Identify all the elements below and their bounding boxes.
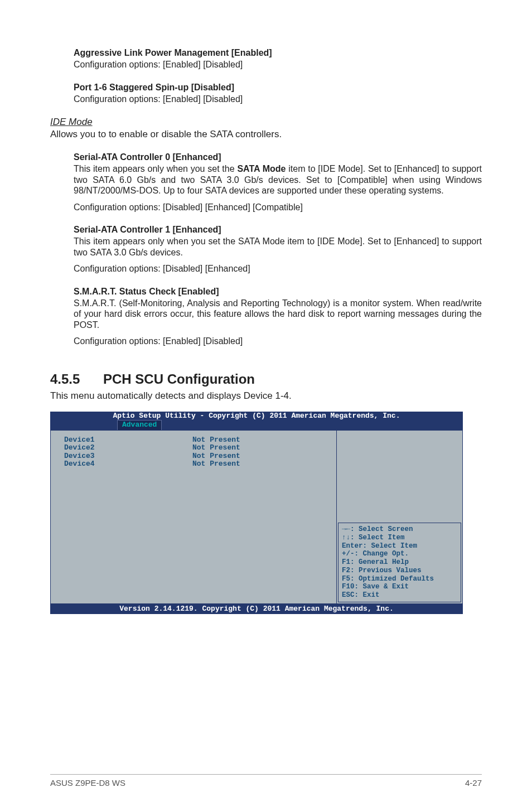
help-line: F2: Previous Values bbox=[342, 567, 457, 575]
list-item: Device4 Not Present bbox=[64, 460, 331, 468]
device-state: Not Present bbox=[192, 452, 240, 461]
bios-right-panel: →←: Select Screen ↑↓: Select Item Enter:… bbox=[336, 431, 462, 603]
bios-right-spacer bbox=[337, 431, 462, 521]
device-state: Not Present bbox=[192, 460, 240, 468]
help-line: ↑↓: Select Item bbox=[342, 534, 457, 542]
help-line: F10: Save & Exit bbox=[342, 583, 457, 591]
aggressive-link-block: Aggressive Link Power Management [Enable… bbox=[74, 48, 482, 104]
bios-main-area: Device1 Not Present Device2 Not Present … bbox=[50, 430, 463, 604]
smart-p2: Configuration options: [Enabled] [Disabl… bbox=[74, 336, 482, 347]
serial-ata-0-p1: This item appears only when you set the … bbox=[74, 163, 482, 196]
bios-tab-row: Advanced bbox=[50, 420, 463, 430]
bios-device-list: Device1 Not Present Device2 Not Present … bbox=[51, 431, 336, 603]
serial-ata-0-title: Serial-ATA Controller 0 [Enhanced] bbox=[74, 152, 482, 162]
footer-right: 4-27 bbox=[465, 778, 482, 787]
serial-ata-1-p1: This item appears only when you set the … bbox=[74, 236, 482, 258]
list-item: Device2 Not Present bbox=[64, 444, 331, 452]
help-line: F1: General Help bbox=[342, 558, 457, 567]
device-name: Device4 bbox=[64, 460, 192, 468]
device-name: Device1 bbox=[64, 436, 192, 445]
port-staggered-title: Port 1-6 Staggered Spin-up [Disabled] bbox=[74, 83, 482, 93]
document-page: Aggressive Link Power Management [Enable… bbox=[0, 0, 532, 802]
aggressive-link-body: Configuration options: [Enabled] [Disabl… bbox=[74, 59, 482, 70]
help-line: ESC: Exit bbox=[342, 591, 457, 600]
help-line: Enter: Select Item bbox=[342, 542, 457, 550]
device-state: Not Present bbox=[192, 436, 240, 445]
footer-left: ASUS Z9PE-D8 WS bbox=[50, 778, 125, 787]
list-item: Device1 Not Present bbox=[64, 436, 331, 445]
serial-ata-1-p2: Configuration options: [Disabled] [Enhan… bbox=[74, 263, 482, 274]
help-line: F5: Optimized Defaults bbox=[342, 575, 457, 583]
device-name: Device2 bbox=[64, 444, 192, 452]
ide-mode-desc: Allows you to to enable or disable the S… bbox=[50, 129, 482, 140]
ide-details-block: Serial-ATA Controller 0 [Enhanced] This … bbox=[74, 152, 482, 347]
serial-ata-1-title: Serial-ATA Controller 1 [Enhanced] bbox=[74, 225, 482, 235]
page-footer: ASUS Z9PE-D8 WS 4-27 bbox=[50, 774, 482, 787]
section-desc: This menu automatically detects and disp… bbox=[50, 390, 482, 402]
device-name: Device3 bbox=[64, 452, 192, 461]
help-line: →←: Select Screen bbox=[342, 525, 457, 534]
port-staggered-body: Configuration options: [Enabled] [Disabl… bbox=[74, 94, 482, 105]
bios-footer-bar: Version 2.14.1219. Copyright (C) 2011 Am… bbox=[50, 604, 463, 615]
ide-mode-heading: IDE Mode bbox=[50, 117, 482, 128]
list-item: Device3 Not Present bbox=[64, 452, 331, 461]
bios-screenshot: Aptio Setup Utility - Copyright (C) 2011… bbox=[50, 412, 463, 615]
serial-ata-0-p1a: This item appears only when you set the bbox=[74, 164, 237, 173]
bios-help-box: →←: Select Screen ↑↓: Select Item Enter:… bbox=[338, 523, 461, 602]
section-heading: 4.5.5PCH SCU Configuration bbox=[50, 371, 482, 387]
aggressive-link-title: Aggressive Link Power Management [Enable… bbox=[74, 48, 482, 58]
smart-title: S.M.A.R.T. Status Check [Enabled] bbox=[74, 287, 482, 297]
sata-mode-bold: SATA Mode bbox=[237, 164, 286, 173]
bios-title-bar: Aptio Setup Utility - Copyright (C) 2011… bbox=[50, 412, 463, 421]
help-line: +/-: Change Opt. bbox=[342, 550, 457, 558]
serial-ata-0-p2: Configuration options: [Disabled] [Enhan… bbox=[74, 202, 482, 213]
bios-tab-advanced[interactable]: Advanced bbox=[117, 420, 162, 430]
section-title: PCH SCU Configuration bbox=[103, 371, 255, 386]
section-number: 4.5.5 bbox=[50, 371, 103, 387]
smart-p1: S.M.A.R.T. (Self-Monitoring, Analysis an… bbox=[74, 298, 482, 331]
device-state: Not Present bbox=[192, 444, 240, 452]
